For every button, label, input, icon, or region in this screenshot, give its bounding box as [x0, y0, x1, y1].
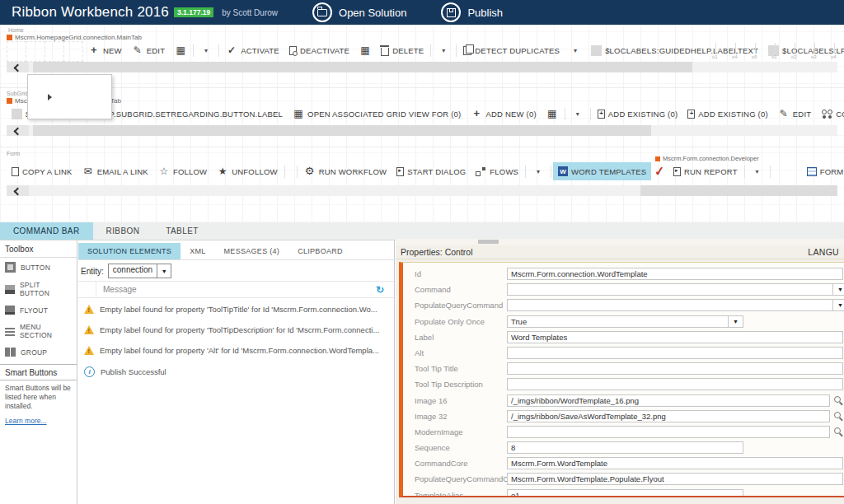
magnifier-icon[interactable]: [833, 411, 843, 422]
home-row-scrollbar[interactable]: [7, 62, 837, 72]
info-icon: [84, 366, 95, 377]
magnifier-icon[interactable]: [833, 427, 843, 437]
tab-tablet[interactable]: TABLET: [152, 222, 211, 240]
run-workflow-button[interactable]: RUN WORKFLOW: [299, 162, 392, 180]
property-row-commandcore: CommandCore: [415, 456, 844, 470]
grid-button[interactable]: [354, 41, 376, 59]
edit-dropdown-caret[interactable]: [195, 41, 217, 59]
form-row-scrollbar[interactable]: [7, 185, 837, 196]
scroll-left-button[interactable]: [7, 62, 29, 72]
toolbox-item-flyout[interactable]: FLYOUT: [0, 301, 77, 319]
button-icon: [5, 262, 16, 273]
word-templates-button[interactable]: WORD TEMPLATES: [553, 162, 651, 180]
tooltip-description-field[interactable]: [507, 378, 843, 390]
email-a-link-button[interactable]: EMAIL A LINK: [77, 162, 153, 180]
scrollbar-thumb[interactable]: [33, 125, 651, 136]
flows-button[interactable]: FLOWS: [471, 162, 523, 180]
message-row[interactable]: Empty label found for property 'ToolTipT…: [78, 298, 394, 319]
add-new-button[interactable]: ADD NEW (0): [466, 105, 541, 123]
run-report-caret[interactable]: [747, 162, 768, 180]
magnifier-icon[interactable]: [833, 395, 843, 406]
populate-only-once-select[interactable]: True ▼: [507, 315, 743, 328]
open-solution-button[interactable]: Open Solution: [312, 2, 406, 22]
tab-messages[interactable]: MESSAGES (4): [215, 243, 289, 259]
edit-button[interactable]: EDIT: [773, 105, 816, 123]
message-row[interactable]: Empty label found for property 'ToolTipD…: [78, 319, 394, 339]
image32-field[interactable]: [507, 410, 830, 422]
subgrid-row-scrollbar[interactable]: [7, 125, 837, 136]
id-field[interactable]: [507, 268, 843, 280]
properties-fields: Id Command ▼ PopulateQueryCommand ▼ Popu…: [399, 262, 844, 497]
properties-hscrollbar[interactable]: [396, 239, 844, 245]
scroll-left-button[interactable]: [7, 185, 29, 196]
alt-field[interactable]: [507, 347, 843, 359]
add-existing-button-2[interactable]: ADD EXISTING (0): [682, 105, 773, 123]
scrollbar-thumb[interactable]: [33, 62, 692, 72]
placeholder-icon: [591, 45, 602, 56]
message-row[interactable]: Publish Successful: [78, 360, 394, 382]
modernimage-field[interactable]: [507, 426, 830, 438]
tooltip-title-field[interactable]: [507, 362, 843, 375]
run-report-button[interactable]: RUN REPORT: [668, 162, 743, 180]
templatealias-field[interactable]: [507, 489, 743, 497]
toolbox-item-split-button[interactable]: SPLIT BUTTON: [0, 277, 77, 301]
flows-dropdown-caret[interactable]: [528, 162, 549, 180]
property-row-image16: Image 16: [415, 394, 844, 408]
publish-button[interactable]: Publish: [441, 2, 503, 22]
delete-dropdown-caret[interactable]: [433, 41, 454, 59]
commandcore-field[interactable]: [507, 457, 843, 469]
image16-field[interactable]: [507, 394, 830, 407]
toolbox-item-group[interactable]: GROUP: [0, 343, 77, 361]
tab-clipboard[interactable]: CLIPBOARD: [288, 243, 352, 259]
placeholder-icon: [12, 109, 22, 119]
copy-a-link-button[interactable]: COPY A LINK: [7, 162, 77, 180]
message-row[interactable]: Empty label found for property 'Alt' for…: [78, 339, 394, 360]
sequence-field[interactable]: [507, 441, 743, 454]
chevron-down-icon: ▼: [157, 264, 171, 278]
scrollbar-thumb[interactable]: [478, 240, 499, 244]
detect-duplicates-caret[interactable]: [565, 41, 586, 59]
tab-solution-elements[interactable]: SOLUTION ELEMENTS: [78, 243, 181, 259]
detect-duplicates-button[interactable]: DETECT DUPLICATES: [458, 41, 565, 59]
tab-command-bar[interactable]: COMMAND BAR: [0, 222, 93, 240]
follow-button[interactable]: FOLLOW: [153, 162, 212, 180]
refresh-icon[interactable]: [374, 284, 386, 296]
add-new-dropdown-caret[interactable]: [567, 105, 588, 123]
add-existing-button-1[interactable]: ADD EXISTING (0): [593, 105, 683, 123]
connect-button[interactable]: CONNECT: [816, 105, 844, 123]
property-row-id: Id: [415, 267, 844, 281]
tab-ribbon[interactable]: RIBBON: [93, 222, 153, 240]
populatequerycommand-select[interactable]: ▼: [507, 299, 844, 311]
start-dialog-button[interactable]: START DIALOG: [392, 162, 471, 180]
populatequerycommandcore-field[interactable]: [507, 473, 843, 485]
bulk-edit-button[interactable]: [170, 41, 191, 59]
scrollbar-thumb[interactable]: [640, 185, 837, 196]
command-select[interactable]: ▼: [507, 283, 844, 296]
open-associated-grid-button[interactable]: OPEN ASSOCIATED GRID VIEW FOR (0): [288, 105, 466, 123]
toolbox-item-button[interactable]: BUTTON: [0, 258, 77, 277]
edit-button[interactable]: EDIT: [127, 41, 170, 59]
table-icon: [359, 44, 371, 56]
ribbon-design-surface: Home Mscrm.HomepageGrid.connection.MainT…: [0, 25, 844, 222]
learn-more-link[interactable]: Learn more...: [0, 417, 52, 425]
scroll-left-button[interactable]: [7, 125, 29, 136]
new-button[interactable]: NEW: [83, 41, 127, 59]
activate-button[interactable]: ACTIVATE: [221, 41, 284, 59]
tab-xml[interactable]: XML: [181, 243, 214, 259]
deactivate-button[interactable]: DEACTIVATE: [284, 41, 354, 59]
label-field[interactable]: [507, 331, 843, 343]
properties-panel: Properties: Control LANGU Id Command ▼ P…: [396, 239, 844, 504]
entity-select[interactable]: connection ▼: [108, 264, 171, 278]
property-row-image32: Image 32: [415, 409, 844, 423]
pencil-icon: [132, 44, 143, 56]
check-icon: [226, 44, 237, 56]
form-editor-button[interactable]: FORM EDITOR: [802, 162, 844, 180]
flyout-popup[interactable]: [27, 74, 112, 119]
property-row-alt: Alt: [415, 346, 844, 360]
delete-button[interactable]: DELETE: [376, 41, 429, 59]
language-button[interactable]: LANGU: [808, 247, 839, 257]
bulk-edit-button[interactable]: [542, 105, 563, 123]
toolbox-item-menu-section[interactable]: MENU SECTION: [0, 319, 77, 343]
unfollow-button[interactable]: UNFOLLOW: [212, 162, 282, 180]
word-icon: [558, 166, 568, 176]
